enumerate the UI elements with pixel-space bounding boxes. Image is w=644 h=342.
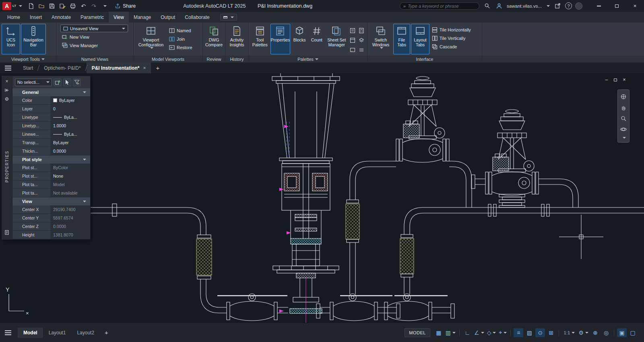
quick-select-icon[interactable] (73, 79, 81, 86)
tile-vertically-button[interactable]: Tile Vertically (430, 35, 473, 42)
drawing-minimize-icon[interactable]: – (603, 77, 610, 83)
tab-parametric[interactable]: Parametric (76, 12, 109, 23)
tab-collaborate[interactable]: Collaborate (180, 12, 214, 23)
customization-gear-icon[interactable]: ⚙ (578, 328, 589, 337)
file-tab-pi-instrumentation[interactable]: P&I Instrumentation* × (87, 62, 151, 73)
user-avatar-icon[interactable] (495, 2, 504, 10)
pan-hand-icon[interactable] (620, 104, 627, 111)
app-menu-button[interactable]: A LT (2, 2, 22, 10)
join-viewport-button[interactable]: Join (167, 35, 194, 43)
palette-autohide-icon[interactable] (3, 87, 10, 94)
drawing-canvas[interactable]: Y × (0, 73, 644, 323)
navbar-more-icon[interactable] (623, 137, 626, 139)
tab-view[interactable]: View (109, 12, 129, 23)
share-button[interactable]: Share (115, 3, 136, 9)
panel-label-palettes[interactable]: Palettes (249, 56, 367, 62)
drawing-restore-icon[interactable] (612, 77, 619, 83)
tool-palettes-button[interactable]: Tool Palettes (250, 24, 270, 54)
user-menu-caret-icon[interactable] (547, 5, 550, 7)
restore-viewport-button[interactable]: Restore (167, 44, 194, 51)
layout-tab-layout1[interactable]: Layout1 (43, 327, 72, 338)
center-z-value[interactable]: 0.0000 (50, 222, 90, 230)
search-field[interactable] (408, 4, 472, 8)
plot-table-type-value[interactable]: Not available (50, 189, 90, 197)
username[interactable]: sawant.vilas.vs... (507, 4, 542, 8)
view-manager-button[interactable]: View Manager (60, 42, 99, 49)
linetype-scale-value[interactable]: 1.0000 (50, 122, 90, 130)
search-icon[interactable] (483, 2, 491, 10)
file-tab-start[interactable]: Start (18, 62, 38, 73)
add-scales-icon[interactable]: ⊕ (590, 328, 600, 337)
plot-icon[interactable] (68, 2, 78, 10)
isolate-objects-icon[interactable]: ◎ (601, 328, 611, 337)
polar-tracking-icon[interactable]: ∠ (473, 328, 485, 337)
tab-manage[interactable]: Manage (129, 12, 156, 23)
selection-cycling-icon[interactable]: ⊙ (535, 328, 545, 337)
ortho-icon[interactable]: ∟ (462, 328, 472, 337)
close-button[interactable]: × (626, 0, 644, 12)
file-tab-optichem[interactable]: Optichem- P&ID* (39, 62, 86, 73)
layout-menu-icon[interactable] (3, 329, 14, 337)
activity-insights-button[interactable]: Activity Insights (227, 24, 247, 54)
annotation-visibility-icon[interactable]: ⊞ (546, 328, 556, 337)
section-plot-style[interactable]: Plot style (12, 155, 90, 164)
count-button[interactable]: Count (309, 24, 325, 54)
new-file-icon[interactable] (26, 2, 36, 10)
maximize-button[interactable] (608, 0, 626, 12)
tab-insert[interactable]: Insert (25, 12, 47, 23)
zoom-icon[interactable] (620, 115, 627, 122)
linetype-value[interactable]: ByLa... (50, 113, 90, 121)
new-drawing-tab-button[interactable]: + (156, 64, 159, 71)
panel-label-viewport-tools[interactable]: Viewport Tools (0, 56, 56, 62)
new-view-button[interactable]: New View (60, 33, 91, 41)
graphics-performance-icon[interactable]: ▣ (617, 328, 627, 337)
drawing-close-icon[interactable]: × (621, 77, 628, 83)
orbit-icon[interactable] (620, 126, 627, 133)
section-general[interactable]: General (12, 88, 90, 96)
file-tabs-menu-icon[interactable] (3, 64, 14, 72)
height-value[interactable]: 1381.8070 (50, 231, 90, 239)
named-viewport-button[interactable]: Named (167, 27, 194, 34)
qat-customize-icon[interactable] (99, 2, 109, 10)
plot-table-attached-value[interactable]: Model (50, 180, 90, 189)
thickness-value[interactable]: 0.0000 (50, 147, 90, 155)
object-snap-icon[interactable]: ⌖ (498, 328, 508, 337)
help-icon[interactable]: ? (565, 2, 572, 9)
undo-icon[interactable]: ↶ (78, 2, 88, 10)
view-combo[interactable]: Unsaved View (60, 25, 128, 32)
navigation-wheel-icon[interactable] (620, 93, 627, 100)
switch-windows-button[interactable]: Switch Windows (369, 24, 392, 54)
search-expand-icon[interactable]: » (403, 4, 406, 8)
grid-icon[interactable]: ▦ (434, 328, 444, 337)
select-objects-icon[interactable] (63, 79, 71, 86)
layout-tab-layout2[interactable]: Layout2 (71, 327, 100, 338)
tab-home[interactable]: Home (2, 12, 25, 23)
palette-close-icon[interactable]: × (3, 78, 10, 85)
center-x-value[interactable]: 29190.7400 (50, 205, 90, 213)
layout-tabs-button[interactable]: Layout Tabs (411, 24, 429, 54)
tile-horizontally-button[interactable]: Tile Horizontally (430, 26, 473, 33)
new-layout-button[interactable]: + (105, 329, 108, 336)
snap-mode-icon[interactable]: ▥ (445, 328, 456, 337)
annotation-scale-button[interactable]: 1:1 (562, 330, 576, 335)
viewport-configuration-button[interactable]: Viewport Configuration (135, 24, 167, 54)
model-space-button[interactable]: MODEL (405, 328, 430, 337)
plot-style-table-value[interactable]: None (50, 172, 90, 180)
search-input[interactable]: » (400, 2, 479, 10)
palette-more-icon[interactable] (357, 46, 365, 54)
lineweight-value[interactable]: ByLa... (50, 130, 90, 138)
properties-button[interactable]: Properties (270, 24, 291, 54)
reference-palette-icon[interactable] (349, 36, 357, 45)
close-tab-icon[interactable]: × (143, 65, 146, 71)
drawing-area[interactable]: Y × – × (0, 73, 644, 323)
file-tabs-button[interactable]: File Tabs (393, 24, 410, 54)
plot-style-value[interactable]: ByColor (50, 164, 90, 172)
layer-palette-icon[interactable] (357, 36, 365, 45)
quickcalc-icon[interactable] (357, 26, 365, 35)
layer-value[interactable]: 0 (50, 105, 90, 113)
navigation-bar[interactable] (617, 89, 630, 143)
toggle-pickadd-icon[interactable] (54, 79, 62, 86)
transparency-icon[interactable]: ▨ (524, 328, 534, 337)
center-y-value[interactable]: 5597.6574 (50, 214, 90, 222)
selection-combo[interactable]: No selecti... (15, 79, 52, 86)
